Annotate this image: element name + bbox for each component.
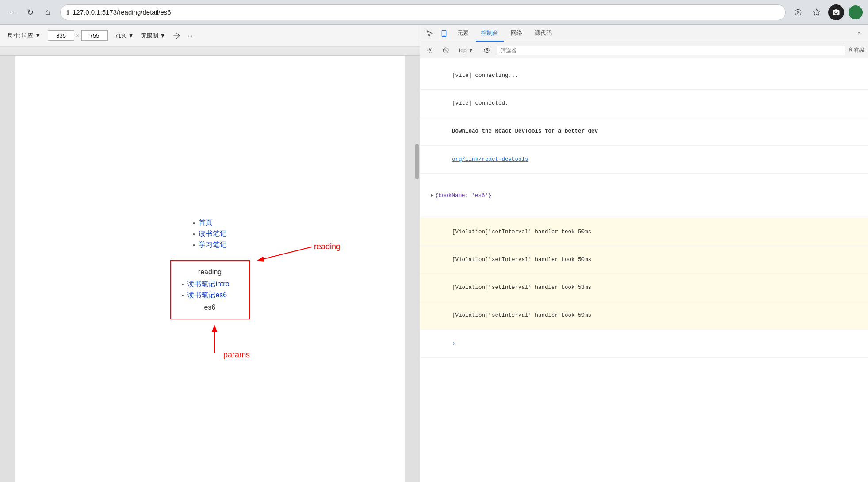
info-icon: ℹ	[67, 9, 69, 16]
console-line-violation-4: [Violation]'setInterval' handler took 59…	[420, 302, 868, 330]
home-link[interactable]: 首页	[199, 218, 213, 228]
limit-selector[interactable]: 无限制 ▼	[141, 32, 166, 40]
profile-icon	[849, 5, 863, 19]
intro-link[interactable]: 读书笔记intro	[187, 280, 229, 289]
top-label: top	[459, 47, 467, 53]
devtools-more-tabs[interactable]: »	[854, 28, 864, 38]
reading-link-intro: • 读书笔记intro	[182, 280, 238, 289]
bullet-icon: •	[193, 231, 195, 238]
page-frame: • 首页 • 读书笔记 • 学习笔记 reading	[15, 56, 405, 482]
rotate-button[interactable]	[172, 32, 180, 40]
es6-link[interactable]: 读书笔记es6	[187, 291, 227, 300]
tab-console[interactable]: 控制台	[476, 26, 504, 42]
nav-link-reading-notes: • 读书笔记	[193, 229, 227, 239]
study-notes-link[interactable]: 学习笔记	[199, 240, 227, 250]
reading-params: es6	[182, 304, 238, 311]
back-button[interactable]: ←	[5, 5, 19, 19]
dimension-separator: ×	[76, 32, 80, 39]
devtools-link[interactable]: org/link/react-devtools	[452, 156, 528, 163]
browser-chrome: ← ↻ ⌂ ℹ 127.0.0.1:5173/reading/detail/es…	[0, 0, 868, 25]
zoom-dropdown-icon: ▼	[128, 32, 134, 39]
dimension-inputs: ×	[48, 30, 108, 41]
camera-icon	[828, 4, 844, 20]
object-text: {bookName: 'es6'}	[435, 192, 492, 200]
block-requests-button[interactable]	[440, 44, 452, 57]
console-prompt-line: ›	[420, 330, 868, 358]
reading-title: reading	[182, 268, 238, 276]
bullet-icon: •	[182, 292, 184, 299]
more-options-button[interactable]: ···	[187, 32, 192, 39]
console-filter-input[interactable]	[497, 46, 845, 55]
responsive-toolbar: 尺寸: 响应 ▼ × 71% ▼ 无限制 ▼ ···	[0, 25, 420, 47]
reading-links: • 读书笔记intro • 读书笔记es6	[182, 280, 238, 300]
page-content: • 首页 • 读书笔记 • 学习笔记 reading	[0, 56, 420, 482]
home-button[interactable]: ⌂	[41, 5, 55, 19]
zoom-label: 71%	[115, 32, 126, 39]
address-bar[interactable]: ℹ 127.0.0.1:5173/reading/detail/es6	[60, 4, 786, 20]
nav-link-home: • 首页	[193, 218, 213, 228]
limit-label: 无限制	[141, 32, 158, 40]
expandable-object: ▶ {bookName: 'es6'}	[431, 192, 863, 200]
reading-label: reading	[314, 242, 340, 251]
size-selector[interactable]: 尺寸: 响应 ▼	[7, 32, 41, 40]
svg-line-1	[259, 247, 312, 260]
context-dropdown-icon: ▼	[468, 47, 474, 53]
console-line-devtools-link: org/link/react-devtools	[420, 146, 868, 174]
inspect-element-button[interactable]	[424, 27, 436, 40]
params-arrow-svg: params	[206, 318, 294, 362]
bullet-icon: •	[193, 220, 195, 227]
ruler	[0, 47, 420, 56]
svg-line-7	[444, 48, 447, 52]
console-line-violation-3: [Violation]'setInterval' handler took 53…	[420, 274, 868, 302]
browser-actions	[791, 4, 863, 20]
console-text: [vite] connecting...	[452, 72, 518, 79]
clear-console-button[interactable]	[424, 44, 436, 57]
reading-link-es6: • 读书笔记es6	[182, 291, 238, 300]
tab-elements[interactable]: 元素	[452, 26, 474, 42]
console-line-vite-connecting: [vite] connecting...	[420, 62, 868, 90]
svg-point-5	[429, 49, 431, 51]
reading-arrow-svg: reading	[250, 238, 347, 291]
main-content: 尺寸: 响应 ▼ × 71% ▼ 无限制 ▼ ···	[0, 25, 868, 482]
params-label: params	[223, 350, 250, 359]
bullet-icon: •	[182, 281, 184, 288]
console-output: [vite] connecting... [vite] connected. D…	[420, 58, 868, 482]
reading-box-wrapper: reading • 读书笔记intro • 读书笔记es6 es6	[170, 260, 250, 319]
height-input[interactable]	[81, 30, 108, 41]
violation-text: [Violation]'setInterval' handler took 50…	[452, 257, 591, 263]
eye-button[interactable]	[481, 44, 493, 57]
ruler-marks	[0, 47, 420, 55]
device-toggle-button[interactable]	[438, 27, 450, 40]
devtools-panel: 元素 控制台 网络 源代码 » top ▼ 所有级	[420, 25, 868, 482]
nav-buttons: ← ↻ ⌂	[5, 5, 55, 19]
bullet-icon: •	[193, 242, 195, 249]
console-line-violation-1: [Violation]'setInterval' handler took 50…	[420, 218, 868, 246]
tab-sources[interactable]: 源代码	[529, 26, 557, 42]
svg-point-8	[486, 49, 488, 51]
zoom-selector[interactable]: 71% ▼	[115, 32, 134, 39]
console-text: [vite] connected.	[452, 100, 509, 106]
level-selector[interactable]: 所有级	[849, 46, 864, 54]
console-line-devtools-download: Download the React DevTools for a better…	[420, 118, 868, 146]
console-line-vite-connected: [vite] connected.	[420, 90, 868, 118]
console-line-violation-2: [Violation]'setInterval' handler took 50…	[420, 246, 868, 274]
violation-text: [Violation]'setInterval' handler took 59…	[452, 312, 591, 319]
reading-notes-link[interactable]: 读书笔记	[199, 229, 227, 239]
favorites-button[interactable]	[810, 5, 824, 19]
violation-text: [Violation]'setInterval' handler took 53…	[452, 285, 591, 291]
scrollbar[interactable]	[414, 56, 420, 482]
tab-network[interactable]: 网络	[505, 26, 528, 42]
console-line-object: ▶ {bookName: 'es6'}	[420, 174, 868, 218]
svg-point-0	[835, 11, 837, 13]
reading-box: reading • 读书笔记intro • 读书笔记es6 es6	[170, 260, 250, 319]
width-input[interactable]	[48, 30, 74, 41]
top-context-selector[interactable]: top ▼	[455, 46, 477, 55]
svg-point-4	[444, 35, 444, 35]
prompt-symbol-icon: ›	[452, 341, 455, 347]
browser-viewport: 尺寸: 响应 ▼ × 71% ▼ 无限制 ▼ ···	[0, 25, 420, 482]
dropdown-arrow-icon: ▼	[35, 32, 41, 39]
devtools-secondary-toolbar: top ▼ 所有级	[420, 42, 868, 58]
read-aloud-button[interactable]	[791, 5, 805, 19]
expand-arrow-icon[interactable]: ▶	[431, 192, 433, 199]
refresh-button[interactable]: ↻	[23, 5, 37, 19]
